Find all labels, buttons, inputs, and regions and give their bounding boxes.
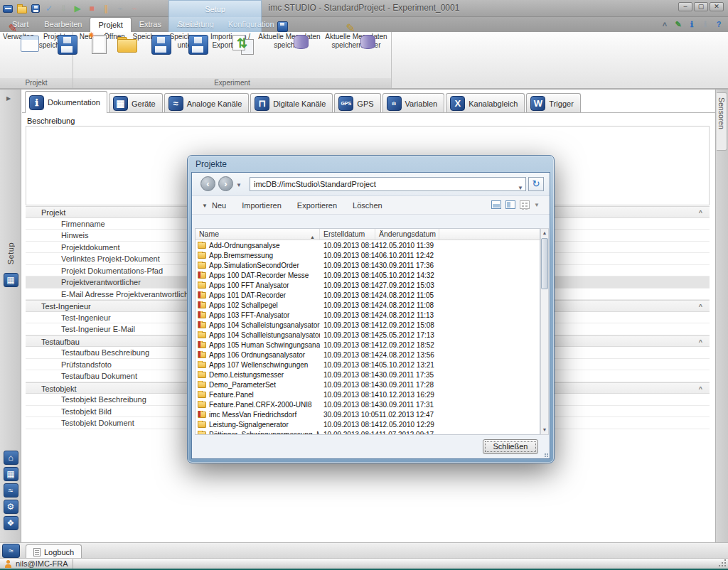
help-icon[interactable]: ? (714, 19, 724, 29)
table-row[interactable]: Apps 107 Wellenschwingungen10.09.2013 08… (196, 360, 540, 370)
stop-icon[interactable]: ■ (87, 4, 97, 14)
table-row[interactable]: Apps 104 Schalleistungsanalysator10.09.2… (196, 320, 540, 330)
table-row[interactable]: Feature.Panel10.09.2013 08:1410.12.2013 … (196, 389, 540, 399)
toolbar-exportieren-button[interactable]: Exportieren (297, 201, 337, 210)
panel-selector-icon[interactable]: ≈ (2, 544, 20, 558)
tab-logbuch[interactable]: Logbuch (26, 544, 82, 559)
collapse-chevron-icon[interactable]: ^ (699, 301, 702, 313)
address-dropdown-icon[interactable]: ▼ (518, 182, 523, 195)
scroll-up-icon[interactable]: ▲ (541, 229, 548, 237)
pause-icon[interactable]: ∥ (101, 4, 111, 14)
save-experiment-icon[interactable] (31, 4, 40, 13)
connect-icon[interactable]: ⌁ (115, 4, 125, 14)
table-row[interactable]: Feature.Panel.CRFX-2000-UNI810.09.2013 0… (196, 399, 540, 409)
settings-icon[interactable]: ⚙ (4, 500, 18, 514)
table-row[interactable]: App.Bremsmessung10.09.2013 08:1406.10.20… (196, 250, 540, 260)
start-icon[interactable]: ▶ (73, 4, 82, 14)
column-header-erstelldatum[interactable]: Erstelldatum (320, 229, 375, 240)
tab-gps[interactable]: GPSGPS (334, 93, 380, 113)
collapse-ribbon-icon[interactable]: ˄ (660, 19, 670, 29)
collapse-chevron-icon[interactable]: ^ (699, 383, 702, 395)
speichern-unter-button[interactable]: Speichern unter (167, 32, 204, 49)
context-tab-steuerung[interactable]: Steuerung (171, 17, 221, 32)
system-info-icon[interactable]: ℹ (700, 19, 710, 29)
neu-dropdown-icon[interactable]: ▼ (202, 203, 208, 209)
edit-panel-icon[interactable]: ✎ (673, 19, 683, 29)
back-button[interactable]: ‹ (200, 176, 215, 191)
open-experiment-icon[interactable] (17, 6, 27, 14)
home-icon[interactable]: ⌂ (4, 451, 18, 465)
apply-icon[interactable]: ✓ (44, 4, 54, 14)
toolbar-importieren-button[interactable]: Importieren (242, 201, 282, 210)
setup-rail-icon[interactable]: ▦ (4, 273, 18, 287)
column-header-name[interactable]: Name▲ (196, 229, 320, 240)
table-row[interactable]: Leistung-Signalgenerator10.09.2013 08:14… (196, 419, 540, 429)
table-row[interactable]: App.SimulationSecondOrder10.09.2013 08:1… (196, 260, 540, 270)
tab-trigger[interactable]: WTrigger (526, 93, 580, 113)
expand-panel-arrow[interactable]: ▶ (6, 95, 11, 102)
collapse-chevron-icon[interactable]: ^ (699, 336, 702, 348)
list-scrollbar[interactable]: ▲ ▼ (540, 228, 549, 435)
context-tab-konfiguration[interactable]: Konfiguration (221, 17, 282, 32)
info-icon[interactable]: ℹ (687, 19, 697, 29)
table-row[interactable]: imc MessVan Friedrichsdorf30.09.2013 10:… (196, 409, 540, 419)
ribbon-tab-bearbeiten[interactable]: Bearbeiten (36, 17, 90, 32)
toolbar-neu-button[interactable]: Neu (212, 201, 226, 210)
table-row[interactable]: Apps 100 DAT-Recorder Messe10.09.2013 08… (196, 270, 540, 280)
forward-button[interactable]: › (218, 176, 233, 191)
tab-analoge-kanäle[interactable]: ≈Analoge Kanäle (164, 93, 250, 113)
history-dropdown-icon[interactable]: ▼ (236, 182, 242, 188)
table-row[interactable]: Pöttinger_Schwingungsmessung_Mäher10.09.… (196, 429, 540, 434)
minimize-button[interactable]: – (678, 2, 692, 11)
scroll-down-icon[interactable]: ▼ (541, 426, 548, 434)
table-row[interactable]: Apps 102 Schallpegel10.09.2013 08:1424.0… (196, 300, 540, 310)
imc-device-icon[interactable] (3, 5, 13, 13)
view-details-icon[interactable] (520, 200, 530, 209)
aktuelle-messdaten-speichern-unter-button[interactable]: Aktuelle Messdaten speichern unter (322, 32, 390, 49)
table-row[interactable]: Demo_ParameterSet10.09.2013 08:1430.09.2… (196, 380, 540, 389)
aktuelle-messdaten-speichern-button[interactable]: Aktuelle Messdaten speichern (257, 32, 322, 49)
sensoren-rail-tab[interactable]: Sensoren (717, 92, 727, 151)
ribbon-tab-projekt[interactable]: Projekt (90, 17, 131, 32)
collapse-chevron-icon[interactable]: ^ (699, 207, 702, 219)
tab-dokumentation[interactable]: ℹDokumentation (25, 91, 107, 113)
close-button[interactable]: ✕ (710, 2, 724, 11)
tab-geräte[interactable]: ▦Geräte (109, 93, 163, 113)
address-bar[interactable]: imcDB://imcStudio\StandardProject ▼ (250, 177, 526, 191)
tab-digitale-kanäle[interactable]: ⊓Digitale Kanäle (250, 93, 333, 113)
download-icon[interactable]: ⇓ (58, 4, 68, 14)
resize-grip[interactable] (719, 559, 726, 566)
table-row[interactable]: Apps 106 Ordnungsanalysator10.09.2013 08… (196, 350, 540, 360)
projekt-speichern-button[interactable]: Projekt speichern (37, 32, 72, 49)
view-preview-bottom-icon[interactable] (491, 200, 501, 209)
tab-variablen[interactable]: ılıVariablen (382, 93, 445, 113)
table-row[interactable]: Demo.Leistungsmesser10.09.2013 08:1430.0… (196, 370, 540, 380)
view-preview-left-icon[interactable] (505, 200, 515, 209)
scroll-thumb[interactable] (541, 238, 548, 289)
table-row[interactable]: Add-Ordnungsanalyse10.09.2013 08:1412.05… (196, 240, 540, 250)
table-row[interactable]: Apps 103 FFT-Analysator10.09.2013 08:142… (196, 310, 540, 320)
tab-kanalabgleich[interactable]: XKanalabgleich (446, 93, 525, 113)
ribbon-tab-extras[interactable]: Extras (132, 17, 169, 32)
table-row[interactable]: Apps 104 Schallleistungsanalysator10.09.… (196, 330, 540, 340)
disconnect-icon[interactable]: ⌁ (129, 4, 139, 14)
schliessen-button[interactable]: Schließen (483, 439, 538, 454)
devices-icon[interactable]: ▦ (4, 467, 18, 481)
table-row[interactable]: Apps 105 Human Schwingungsanalysator10.0… (196, 340, 540, 350)
plugins-icon[interactable]: ❖ (4, 516, 18, 530)
left-rail-setup-tab[interactable]: Setup ▦ (0, 242, 21, 289)
dialog-resize-grip[interactable] (542, 451, 548, 457)
importieren-exportieren-button[interactable]: Importieren / Exportieren (204, 32, 257, 49)
table-row[interactable]: Apps 100 FFT Analysator10.09.2013 08:142… (196, 280, 540, 290)
panel-icon[interactable]: ≈ (4, 483, 18, 498)
view-dropdown-icon[interactable]: ▼ (534, 202, 540, 208)
neu-button[interactable]: Neu (73, 32, 99, 41)
tab-icon-gps: GPS (338, 96, 353, 111)
column-header-aenderungsdatum[interactable]: Änderungsdatum (375, 229, 439, 240)
project-folder-icon (198, 362, 206, 368)
toolbar-löschen-button[interactable]: Löschen (353, 201, 382, 210)
verwalten-button[interactable]: Verwalten (0, 32, 37, 41)
maximize-button[interactable]: ▢ (694, 2, 708, 11)
table-row[interactable]: Apps 101 DAT-Recorder10.09.2013 08:1424.… (196, 290, 540, 300)
refresh-button[interactable]: ↻ (528, 177, 544, 191)
